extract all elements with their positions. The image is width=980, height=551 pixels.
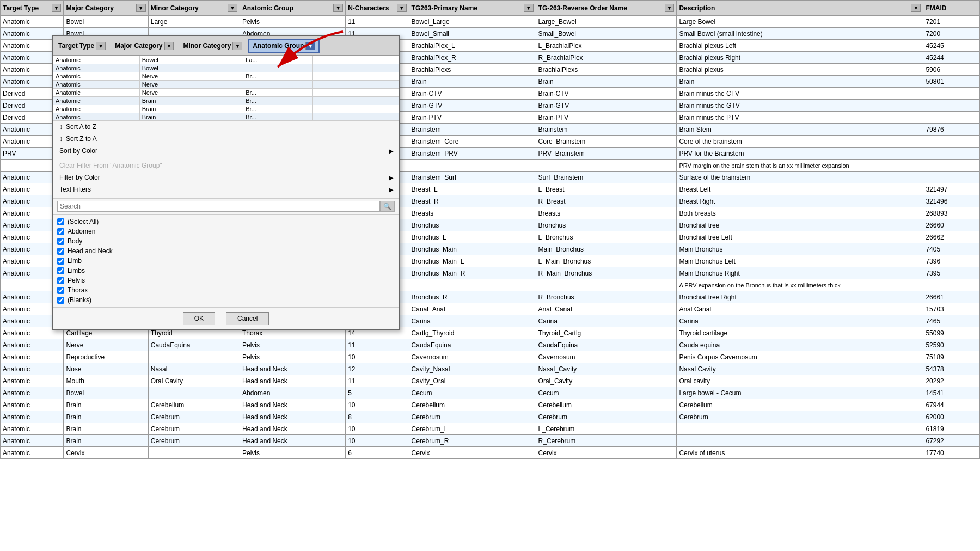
table-cell xyxy=(923,100,980,112)
table-cell: BrachialPlex_R xyxy=(409,52,536,64)
search-input[interactable] xyxy=(57,201,380,212)
inner-table-cell: Anatomic xyxy=(53,89,140,97)
dropdown-footer: OK Cancel xyxy=(53,307,399,329)
th-target-type-filter[interactable]: ▼ xyxy=(52,4,62,12)
table-cell: 26661 xyxy=(923,291,980,303)
sort-za-label: Sort Z to A xyxy=(66,135,97,143)
dropdown-col-anatomic[interactable]: Anatomic Group ▼ xyxy=(248,39,320,53)
table-row: AnatomicReproductivePelvis10CavernosumCa… xyxy=(1,351,980,363)
table-cell: Carina xyxy=(409,315,536,327)
check-label: Limbs xyxy=(68,267,85,274)
check-item[interactable]: Head and Neck xyxy=(57,246,395,256)
table-cell: Head and Neck xyxy=(240,375,346,387)
table-cell: Bronchus xyxy=(409,219,536,231)
ok-button[interactable]: OK xyxy=(183,312,215,325)
table-cell: Anal Canal xyxy=(677,303,923,315)
sort-za-item[interactable]: ↕ Sort Z to A xyxy=(53,133,399,145)
inner-table-cell: Brain xyxy=(139,105,243,113)
checkbox[interactable] xyxy=(57,218,64,225)
checkbox[interactable] xyxy=(57,258,64,265)
dropdown-col-target-filter[interactable]: ▼ xyxy=(96,42,106,50)
table-cell: Cervix xyxy=(536,447,677,459)
inner-table-cell: Anatomic xyxy=(53,105,140,113)
table-cell: Brain-CTV xyxy=(536,88,677,100)
inner-table-cell: Bowel xyxy=(139,64,243,72)
dropdown-col-minor-filter[interactable]: ▼ xyxy=(232,42,242,50)
table-cell: Cecum xyxy=(409,387,536,399)
table-cell: L_Bronchus xyxy=(536,231,677,243)
th-minor-category-filter[interactable]: ▼ xyxy=(228,4,237,12)
dropdown-col-anatomic-filter[interactable]: ▼ xyxy=(305,42,315,50)
sort-by-color-item[interactable]: Sort by Color ▶ xyxy=(53,145,399,157)
dropdown-col-minor-label: Minor Category xyxy=(183,42,231,50)
dropdown-col-target-label: Target Type xyxy=(58,42,94,50)
inner-table-cell: Anatomic xyxy=(53,56,140,64)
checkbox[interactable] xyxy=(57,277,64,284)
dropdown-col-minor[interactable]: Minor Category ▼ xyxy=(180,39,246,53)
check-item[interactable]: Limbs xyxy=(57,266,395,276)
th-major-category-filter[interactable]: ▼ xyxy=(136,4,146,12)
table-cell: 11 xyxy=(346,375,409,387)
checkbox[interactable] xyxy=(57,297,64,304)
filter-by-color-item[interactable]: Filter by Color ▶ xyxy=(53,172,399,183)
table-row: AnatomicBrainCerebellumHead and Neck10Ce… xyxy=(1,399,980,411)
table-cell: 20292 xyxy=(923,375,980,387)
table-cell: Cerebellum xyxy=(677,399,923,411)
table-cell: Cavernosum xyxy=(536,351,677,363)
table-cell: Oral_Cavity xyxy=(536,375,677,387)
table-cell: Brain-GTV xyxy=(536,100,677,112)
dropdown-col-target[interactable]: Target Type ▼ xyxy=(55,39,109,53)
checkbox[interactable] xyxy=(57,267,64,274)
checkbox[interactable] xyxy=(57,287,64,294)
th-ncharacters-label: N-Characters xyxy=(348,4,389,12)
inner-table-row: AnatomicBrainBr... xyxy=(53,113,399,121)
checkbox[interactable] xyxy=(57,248,64,255)
filter-by-color-label: Filter by Color xyxy=(59,174,100,181)
table-cell: Core of the brainstem xyxy=(677,136,923,148)
check-item[interactable]: Pelvis xyxy=(57,276,395,285)
table-cell: Reproductive xyxy=(64,351,148,363)
table-cell: Carina xyxy=(536,315,677,327)
th-tg263reverse-filter[interactable]: ▼ xyxy=(665,4,675,12)
table-cell: BrachialPlexs xyxy=(409,64,536,76)
th-tg263primary-filter[interactable]: ▼ xyxy=(524,4,534,12)
checkbox[interactable] xyxy=(57,228,64,235)
check-item[interactable]: Body xyxy=(57,236,395,246)
clear-filter-item[interactable]: Clear Filter From "Anatomic Group" xyxy=(53,160,399,172)
inner-table-cell: Br... xyxy=(243,113,313,121)
dropdown-col-major[interactable]: Major Category ▼ xyxy=(112,39,177,53)
table-cell: Cerebellum xyxy=(148,399,240,411)
table-cell: L_Cerebrum xyxy=(536,423,677,435)
main-table-wrapper: Target Type ▼ Major Category ▼ Minor Cat… xyxy=(0,0,980,551)
table-cell: 7465 xyxy=(923,315,980,327)
th-ncharacters-filter[interactable]: ▼ xyxy=(397,4,407,12)
table-row: AnatomicBrainCerebrumHead and Neck8Cereb… xyxy=(1,411,980,423)
check-item[interactable]: (Blanks) xyxy=(57,295,395,305)
sort-az-icon: ↕ xyxy=(59,123,63,131)
check-item[interactable]: (Select All) xyxy=(57,217,395,226)
check-item[interactable]: Thorax xyxy=(57,285,395,295)
table-cell: Carina xyxy=(677,315,923,327)
checkbox[interactable] xyxy=(57,238,64,245)
sort-az-item[interactable]: ↕ Sort A to Z xyxy=(53,121,399,133)
table-cell: Anatomic xyxy=(1,435,64,447)
table-cell: Breast_L xyxy=(409,183,536,195)
th-minor-category: Minor Category ▼ xyxy=(148,1,240,16)
dropdown-col-major-filter[interactable]: ▼ xyxy=(164,42,174,50)
table-cell: Cervix of uterus xyxy=(677,447,923,459)
th-description-filter[interactable]: ▼ xyxy=(911,4,921,12)
sort-by-color-label: Sort by Color xyxy=(59,147,97,155)
inner-table-cell xyxy=(313,64,399,72)
inner-table-cell: Nerve xyxy=(139,72,243,81)
table-cell: Bronchus_L xyxy=(409,231,536,243)
table-cell: 55099 xyxy=(923,327,980,339)
th-ncharacters: N-Characters ▼ xyxy=(346,1,409,16)
check-item[interactable]: Abdomen xyxy=(57,226,395,236)
table-cell: Small Bowel (small intestine) xyxy=(677,28,923,40)
th-anatomic-group-filter[interactable]: ▼ xyxy=(333,4,343,12)
cancel-button[interactable]: Cancel xyxy=(226,312,269,325)
text-filters-item[interactable]: Text Filters ▶ xyxy=(53,183,399,195)
table-cell: PRV margin on the brain stem that is an … xyxy=(677,160,923,172)
check-item[interactable]: Limb xyxy=(57,256,395,266)
table-cell: Anatomic xyxy=(1,399,64,411)
